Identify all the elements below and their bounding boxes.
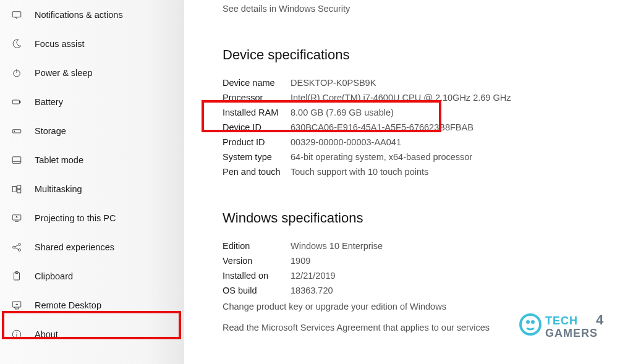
spec-value: 630BCA06-E916-45A1-A5F5-676623B8FBAB — [291, 122, 474, 132]
about-content: See details in Windows Security Device s… — [184, 0, 633, 364]
sidebar-item-label: Notifications & actions — [35, 10, 123, 20]
spec-label: Product ID — [223, 137, 291, 147]
settings-sidebar: Notifications & actions Focus assist Pow… — [0, 0, 184, 364]
svg-rect-3 — [12, 100, 19, 104]
sidebar-item-notifications[interactable]: Notifications & actions — [0, 0, 184, 29]
message-icon — [10, 8, 23, 22]
spec-row-processor: Processor Intel(R) Core(TM) i7-4600U CPU… — [223, 93, 633, 103]
spec-label: Installed RAM — [223, 108, 291, 117]
sidebar-item-label: Remote Desktop — [35, 300, 101, 310]
sidebar-item-label: Battery — [35, 97, 63, 107]
spec-label: Processor — [223, 93, 291, 103]
spec-row-pen-touch: Pen and touch Touch support with 10 touc… — [223, 167, 633, 177]
svg-text:4: 4 — [596, 312, 604, 328]
windows-security-link[interactable]: See details in Windows Security — [223, 4, 633, 14]
spec-row-device-id: Device ID 630BCA06-E916-45A1-A5F5-676623… — [223, 122, 633, 132]
svg-point-13 — [13, 246, 15, 248]
spec-row-installed-ram: Installed RAM 8.00 GB (7.69 GB usable) — [223, 108, 633, 117]
spec-label: Device ID — [223, 122, 291, 132]
svg-point-15 — [19, 248, 21, 251]
spec-value: Intel(R) Core(TM) i7-4600U CPU @ 2.10GHz… — [291, 93, 511, 103]
moon-icon — [10, 37, 23, 51]
sidebar-item-remote-desktop[interactable]: Remote Desktop — [0, 290, 184, 320]
sidebar-item-multitasking[interactable]: Multitasking — [0, 174, 184, 203]
spec-label: Version — [223, 256, 291, 266]
spec-label: Installed on — [223, 271, 291, 281]
svg-rect-4 — [20, 101, 21, 103]
remote-desktop-icon — [10, 298, 23, 312]
svg-line-17 — [15, 247, 19, 249]
svg-point-25 — [526, 320, 530, 324]
sidebar-item-tablet-mode[interactable]: Tablet mode — [0, 145, 184, 174]
sidebar-item-label: Shared experiences — [35, 242, 114, 252]
battery-icon — [10, 95, 23, 109]
svg-rect-11 — [17, 189, 21, 192]
spec-label: OS build — [223, 286, 291, 295]
sidebar-item-about[interactable]: About — [0, 320, 184, 349]
spec-row-installed-on: Installed on 12/21/2019 — [223, 271, 633, 281]
spec-value: Windows 10 Enterprise — [291, 241, 383, 251]
spec-row-device-name: Device name DESKTOP-K0PSB9K — [223, 78, 633, 88]
info-icon — [10, 328, 23, 341]
sidebar-item-shared-experiences[interactable]: Shared experiences — [0, 232, 184, 261]
sidebar-item-storage[interactable]: Storage — [0, 116, 184, 145]
svg-line-16 — [15, 245, 19, 247]
spec-row-system-type: System type 64-bit operating system, x64… — [223, 152, 633, 162]
spec-value: 18363.720 — [291, 286, 333, 295]
power-icon — [10, 66, 23, 80]
sidebar-item-projecting[interactable]: Projecting to this PC — [0, 203, 184, 232]
sidebar-item-label: About — [35, 329, 58, 339]
projecting-icon — [10, 211, 23, 225]
spec-row-edition: Edition Windows 10 Enterprise — [223, 241, 633, 251]
spec-value: Touch support with 10 touch points — [291, 167, 428, 177]
spec-row-product-id: Product ID 00329-00000-00003-AA041 — [223, 137, 633, 147]
sidebar-item-battery[interactable]: Battery — [0, 87, 184, 116]
svg-point-24 — [520, 315, 540, 334]
svg-point-14 — [19, 243, 21, 245]
spec-row-version: Version 1909 — [223, 256, 633, 266]
spec-value: 64-bit operating system, x64-based proce… — [291, 152, 472, 162]
spec-value: DESKTOP-K0PSB9K — [291, 78, 376, 88]
device-spec-title: Device specifications — [223, 47, 633, 63]
sidebar-item-focus-assist[interactable]: Focus assist — [0, 29, 184, 58]
spec-label: Device name — [223, 78, 291, 88]
spec-label: System type — [223, 152, 291, 162]
svg-point-6 — [14, 130, 15, 131]
tablet-icon — [10, 153, 23, 167]
spec-value: 12/21/2019 — [291, 271, 336, 281]
sidebar-item-label: Clipboard — [35, 271, 73, 281]
svg-rect-7 — [12, 156, 21, 163]
spec-value: 00329-00000-00003-AA041 — [291, 137, 401, 147]
share-icon — [10, 240, 23, 254]
spec-value: 8.00 GB (7.69 GB usable) — [291, 108, 394, 117]
svg-rect-10 — [17, 185, 21, 188]
spec-row-os-build: OS build 18363.720 — [223, 286, 633, 295]
svg-text:TECH: TECH — [545, 315, 578, 327]
multitasking-icon — [10, 182, 23, 196]
spec-label: Edition — [223, 241, 291, 251]
tech4gamers-watermark: TECH 4 GAMERS — [517, 307, 628, 347]
windows-spec-title: Windows specifications — [223, 210, 633, 226]
sidebar-item-label: Tablet mode — [35, 155, 83, 165]
svg-point-26 — [531, 320, 535, 324]
svg-rect-9 — [12, 186, 16, 192]
sidebar-item-label: Power & sleep — [35, 68, 93, 78]
spec-label: Pen and touch — [223, 167, 291, 177]
sidebar-item-label: Multitasking — [35, 184, 82, 194]
sidebar-item-power-sleep[interactable]: Power & sleep — [0, 58, 184, 87]
clipboard-icon — [10, 269, 23, 283]
sidebar-item-clipboard[interactable]: Clipboard — [0, 261, 184, 290]
svg-point-23 — [16, 332, 17, 332]
svg-rect-0 — [12, 11, 21, 17]
sidebar-item-label: Storage — [35, 126, 66, 136]
svg-text:GAMERS: GAMERS — [545, 327, 598, 339]
storage-icon — [10, 124, 23, 138]
sidebar-item-label: Projecting to this PC — [35, 213, 116, 223]
sidebar-item-label: Focus assist — [35, 39, 85, 49]
spec-value: 1909 — [291, 256, 310, 266]
